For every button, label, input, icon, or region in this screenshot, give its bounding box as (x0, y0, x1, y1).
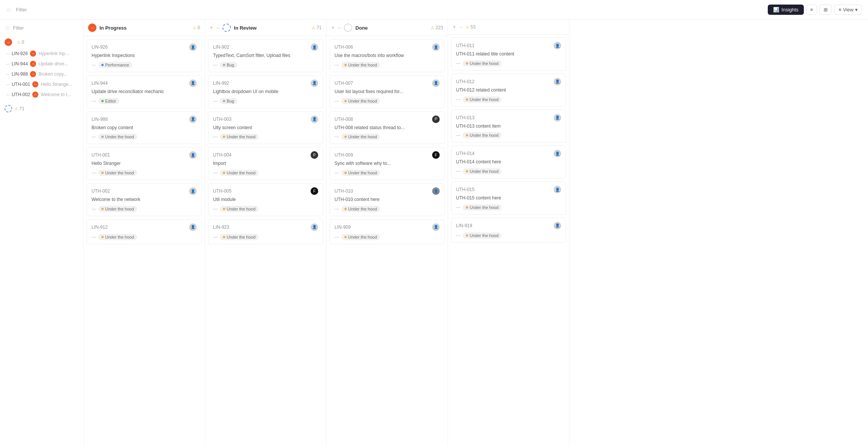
col4-more-button[interactable]: ··· (459, 24, 462, 30)
issue-card-uth014[interactable]: UTH-014 👤 UTH-014 content here — Under t… (451, 146, 566, 179)
sidebar-toolbar: ☆ Filter (0, 23, 83, 33)
grid-view-button[interactable]: ⊞ (819, 5, 832, 15)
columns-wrapper: ↔ In Progress ⚠0 LIN-926 👤 Hyperlink Ins… (84, 20, 868, 446)
grid-icon: ⊞ (824, 7, 828, 13)
avatar-lin919: 👤 (554, 222, 561, 229)
avatar-uth013: 👤 (554, 114, 561, 122)
tag-under-hood: Under the hood (463, 204, 502, 210)
sidebar-item-uth001[interactable]: ··· UTH-001 ↔ Hello Strange... (2, 79, 82, 89)
col1-count: ⚠0 (193, 25, 200, 30)
sidebar-group1-count: ⚠ 0 (17, 40, 24, 45)
view-button[interactable]: ≡ View ▾ (834, 5, 862, 15)
column-backlog-header: + ··· ⚠53 (448, 20, 569, 35)
chevron-down-icon: ▾ (855, 7, 858, 13)
tag-dots: — (335, 206, 339, 212)
issue-card-lin926[interactable]: LIN-926 👤 Hyperlink Inspections — Perfor… (87, 39, 202, 72)
status-icon: ↔ (32, 92, 38, 98)
sidebar-item-lin988[interactable]: ··· LIN-988 ↔ Broken copy... (2, 69, 82, 79)
tag-performance: Performance (98, 62, 132, 68)
tag-dots: — (92, 234, 96, 240)
avatar-uth015: 👤 (554, 186, 561, 193)
status-icon: ↔ (30, 71, 36, 77)
col4-add-button[interactable]: + (453, 24, 456, 30)
sidebar-filter-button[interactable]: Filter (13, 25, 24, 31)
issue-card-uth010[interactable]: UTH-010 👤 UTH-010 content here — Under t… (330, 183, 445, 216)
issue-card-uth002[interactable]: UTH-002 👤 Welcome to the network — Under… (87, 183, 202, 216)
issue-card-uth011[interactable]: UTH-011 👤 UTH-011 related title content … (451, 38, 566, 71)
column-backlog: + ··· ⚠53 UTH-011 👤 UTH-011 related titl… (448, 20, 570, 446)
tag-dots: — (213, 234, 218, 240)
avatar-uth002: 👤 (189, 187, 197, 195)
status-icon: ↔ (30, 61, 36, 67)
issue-card-uth015[interactable]: UTH-015 👤 UTH-015 content here — Under t… (451, 182, 566, 215)
sidebar-item-lin944[interactable]: ··· LIN-944 ↔ Update drive... (2, 59, 82, 69)
column-in-progress-header: ↔ In Progress ⚠0 (84, 20, 205, 36)
tag-dots: — (456, 61, 461, 66)
avatar-lin912: 👤 (189, 223, 197, 231)
col2-add-button[interactable]: + (210, 24, 213, 31)
issue-card-lin992[interactable]: LIN-992 👤 Lightbox dropdown UI on mobile… (208, 75, 323, 108)
sidebar-item-lin926[interactable]: ··· LIN-926 ↔ Hyperlink Inp... (2, 49, 82, 59)
tag-under-hood: Under the hood (341, 98, 380, 104)
list-view-button[interactable]: ≡ (806, 5, 817, 15)
issue-card-uth001[interactable]: UTH-001 👤 Hello Stranger — Under the hoo… (87, 147, 202, 180)
tag-under-hood: Under the hood (341, 234, 380, 240)
tag-under-hood: Under the hood (98, 170, 137, 176)
avatar-uth005: F (311, 187, 318, 195)
avatar-uth001: 👤 (189, 151, 197, 159)
status-icon: ↔ (30, 51, 36, 57)
sidebar-item-uth002[interactable]: ··· UTH-002 ↔ Welcome to t... (2, 90, 82, 100)
avatar-uth007: 👤 (432, 79, 440, 87)
issue-card-uth009[interactable]: UTH-009 F Sync with software why to... —… (330, 147, 445, 180)
star-icon[interactable]: ☆ (6, 6, 11, 13)
drag-icon: ··· (6, 92, 9, 98)
drag-icon: ··· (6, 61, 9, 67)
issue-card-lin919[interactable]: LIN-919 👤 — Under the hood (451, 218, 566, 243)
issue-card-lin988[interactable]: LIN-988 👤 Broken copy content — Under th… (87, 111, 202, 144)
issue-card-uth008[interactable]: UTH-008 P UTH-008 related status thread … (330, 111, 445, 144)
sidebar-star-icon[interactable]: ☆ (5, 24, 10, 32)
tag-dots: — (213, 98, 218, 104)
issue-card-uth007[interactable]: UTH-007 👤 User list layout fixes require… (330, 75, 445, 108)
tag-dots: — (335, 234, 339, 240)
col2-count: ⚠71 (312, 25, 322, 30)
issue-card-lin944[interactable]: LIN-944 👤 Update drive reconciliator mec… (87, 75, 202, 108)
issue-card-lin912[interactable]: LIN-912 👤 — Under the hood (87, 219, 202, 244)
status-icon: ↔ (32, 81, 38, 87)
col2-more-button[interactable]: ··· (216, 25, 219, 31)
filter-button[interactable]: Filter (16, 7, 27, 13)
sidebar-group-1-header: ↔ ⚠ 0 (0, 36, 83, 48)
issue-card-lin902[interactable]: LIN-902 👤 TypedText, CamSort filter, Upl… (208, 39, 323, 72)
list-icon: ≡ (810, 7, 813, 13)
tag-dots: — (92, 170, 96, 176)
drag-icon: ··· (6, 51, 9, 57)
col3-add-button[interactable]: + (331, 24, 335, 31)
avatar-uth008: P (432, 115, 440, 123)
issue-card-lin923[interactable]: LIN-923 👤 — Under the hood (208, 219, 323, 244)
col3-more-button[interactable]: ··· (338, 25, 341, 31)
avatar-lin923: 👤 (311, 223, 318, 231)
tag-dots: — (213, 170, 218, 176)
tag-under-hood: Under the hood (463, 96, 502, 103)
tag-under-hood: Under the hood (463, 60, 502, 66)
issue-card-uth006[interactable]: UTH-006 👤 Use the macros/bots into workf… (330, 39, 445, 72)
column-done-header: + ··· Done ⚠223 (327, 20, 448, 36)
issue-card-uth004[interactable]: UTH-004 P Import — Under the hood (208, 147, 323, 180)
issue-card-uth013[interactable]: UTH-013 👤 UTH-013 content item — Under t… (451, 110, 566, 143)
tag-under-hood: Under the hood (220, 234, 259, 240)
tag-dots: — (335, 62, 339, 68)
tag-under-hood: Under the hood (341, 134, 380, 140)
tag-under-hood: Under the hood (98, 134, 137, 140)
avatar-uth010: 👤 (432, 187, 440, 195)
insights-button[interactable]: 📊 Insights (768, 5, 804, 15)
col2-status-icon (223, 24, 231, 32)
sidebar-group2-icon (5, 105, 12, 112)
avatar-lin944: 👤 (189, 79, 197, 87)
column-in-progress: ↔ In Progress ⚠0 LIN-926 👤 Hyperlink Ins… (84, 20, 205, 446)
issue-card-lin909[interactable]: LIN-909 👤 — Under the hood (330, 219, 445, 244)
issue-card-uth005[interactable]: UTH-005 F Util module — Under the hood (208, 183, 323, 216)
issue-card-uth003[interactable]: UTH-003 👤 Ulty screen content — Under th… (208, 111, 323, 144)
issue-card-uth012[interactable]: UTH-012 👤 UTH-012 related content — Unde… (451, 74, 566, 107)
content-area: ↔ In Progress ⚠0 LIN-926 👤 Hyperlink Ins… (84, 20, 868, 446)
avatar-uth011: 👤 (554, 42, 561, 49)
